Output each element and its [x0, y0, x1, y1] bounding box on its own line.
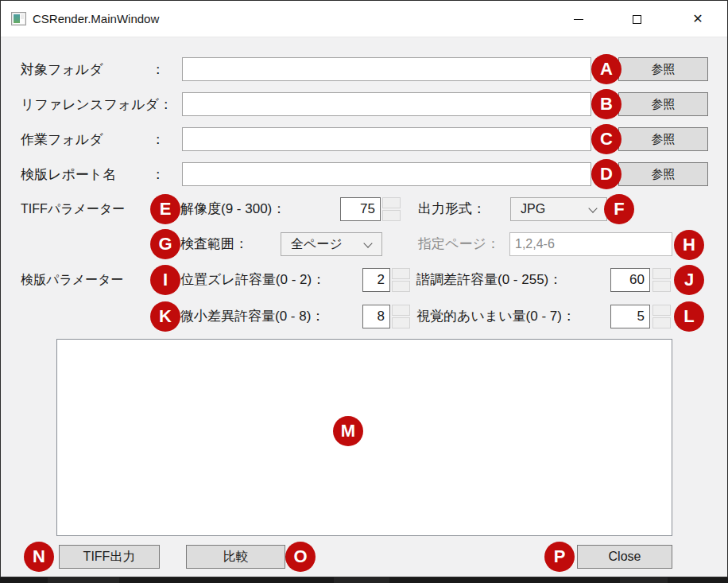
scan-range-label: 検査範囲：: [180, 232, 248, 256]
report-name-label: 検版レポート名：: [21, 162, 165, 186]
som-marker-p: P: [544, 542, 575, 572]
reference-folder-input[interactable]: [182, 92, 591, 116]
minor-diff-tolerance-stepper: [392, 305, 410, 328]
reference-folder-label: リファレンスフォルダ：: [21, 92, 165, 116]
som-marker-i: I: [150, 265, 180, 295]
output-format-value: JPG: [521, 202, 545, 216]
taskbar-strip: [0, 577, 728, 583]
taskbar-texture: [334, 577, 389, 583]
app-window: CSRender.MainWindow ✕ 対象フォルダ： 参照 A リファレン…: [0, 0, 728, 577]
som-marker-l: L: [674, 301, 704, 332]
resolution-stepper: [382, 197, 401, 221]
som-marker-f: F: [604, 194, 634, 224]
output-format-label: 出力形式：: [418, 197, 486, 221]
som-marker-e: E: [150, 194, 180, 224]
chevron-down-icon: [588, 204, 597, 212]
position-tolerance-spin-up-button[interactable]: [392, 268, 410, 279]
work-folder-browse-button[interactable]: 参照: [618, 127, 708, 151]
visual-ambiguity-stepper: [652, 305, 671, 328]
work-folder-label: 作業フォルダ：: [21, 127, 165, 151]
report-name-input[interactable]: [182, 162, 591, 186]
minor-diff-spin-down-button[interactable]: [392, 317, 410, 328]
target-folder-browse-button[interactable]: 参照: [618, 57, 708, 81]
close-window-button[interactable]: ✕: [680, 1, 716, 37]
resolution-spin-up-button[interactable]: [382, 197, 401, 208]
position-tolerance-input[interactable]: [362, 268, 390, 292]
minor-diff-tolerance-label: 微小差異許容量(0 - 8)：: [180, 305, 324, 328]
tone-tolerance-input[interactable]: [610, 268, 650, 292]
reference-folder-browse-button[interactable]: 参照: [618, 92, 708, 116]
compare-button[interactable]: 比較: [186, 545, 285, 569]
taskbar-texture: [48, 577, 119, 583]
tiff-section-label: TIFFパラメーター: [21, 197, 125, 221]
maximize-button[interactable]: [618, 1, 655, 37]
minimize-icon: [574, 19, 583, 20]
taskbar-texture: [620, 577, 668, 583]
target-folder-input[interactable]: [182, 57, 591, 81]
som-marker-d: D: [591, 159, 622, 189]
app-icon: [11, 12, 26, 25]
som-marker-n: N: [24, 542, 54, 572]
window-title: CSRender.MainWindow: [33, 1, 159, 37]
som-marker-h: H: [674, 230, 704, 260]
som-marker-k: K: [150, 301, 180, 332]
screen: CSRender.MainWindow ✕ 対象フォルダ： 参照 A リファレン…: [0, 0, 728, 583]
resolution-label: 解像度(9 - 300)：: [180, 197, 285, 221]
close-button[interactable]: Close: [577, 545, 672, 569]
tone-tolerance-label: 諧調差許容量(0 - 255)：: [416, 268, 562, 292]
resolution-input[interactable]: [340, 197, 381, 221]
report-name-browse-button[interactable]: 参照: [618, 162, 708, 186]
scan-range-select[interactable]: 全ページ: [281, 232, 382, 256]
som-marker-c: C: [591, 124, 622, 154]
position-tolerance-spin-down-button[interactable]: [392, 281, 410, 292]
visual-ambiguity-label: 視覚的あいまい量(0 - 7)：: [416, 305, 575, 328]
close-icon: ✕: [692, 13, 703, 25]
log-output-area[interactable]: [56, 339, 672, 536]
som-marker-a: A: [591, 54, 622, 84]
minor-diff-tolerance-input[interactable]: [362, 305, 390, 328]
position-tolerance-stepper: [392, 268, 410, 292]
target-folder-label: 対象フォルダ：: [21, 57, 165, 81]
som-marker-b: B: [591, 89, 622, 119]
chevron-down-icon: [363, 239, 372, 247]
work-folder-input[interactable]: [182, 127, 591, 151]
som-marker-g: G: [150, 229, 180, 259]
visual-ambiguity-input[interactable]: [610, 305, 650, 328]
output-format-select[interactable]: JPG: [510, 197, 607, 221]
minor-diff-spin-up-button[interactable]: [392, 305, 410, 316]
tone-tolerance-spin-down-button[interactable]: [652, 281, 671, 292]
position-tolerance-label: 位置ズレ許容量(0 - 2)：: [180, 268, 325, 292]
som-marker-j: J: [674, 265, 704, 295]
kenpan-section-label: 検版パラメーター: [21, 268, 124, 292]
visual-ambiguity-spin-up-button[interactable]: [652, 305, 671, 316]
resolution-spin-down-button[interactable]: [382, 210, 401, 221]
tiff-output-button[interactable]: TIFF出力: [59, 545, 160, 569]
pages-input[interactable]: [509, 232, 672, 256]
maximize-icon: [633, 15, 641, 24]
tone-tolerance-stepper: [652, 268, 671, 292]
title-bar: CSRender.MainWindow ✕: [1, 1, 727, 37]
minimize-button[interactable]: [560, 1, 597, 37]
pages-label: 指定ページ：: [418, 232, 500, 256]
som-marker-m: M: [333, 416, 363, 446]
visual-ambiguity-spin-down-button[interactable]: [652, 317, 671, 328]
som-marker-o: O: [285, 542, 316, 572]
tone-tolerance-spin-up-button[interactable]: [652, 268, 671, 279]
scan-range-value: 全ページ: [291, 236, 343, 253]
